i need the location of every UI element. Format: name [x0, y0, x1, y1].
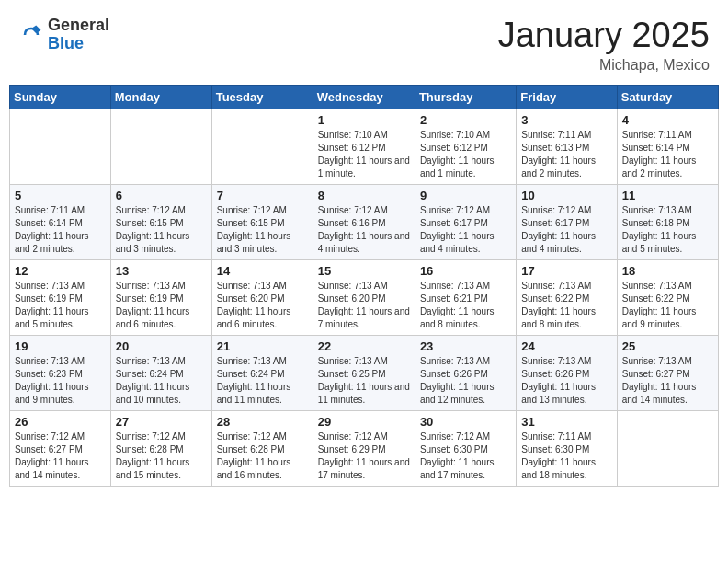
- day-info: Sunrise: 7:13 AM Sunset: 6:18 PM Dayligh…: [622, 204, 713, 256]
- day-info: Sunrise: 7:10 AM Sunset: 6:12 PM Dayligh…: [318, 129, 410, 180]
- title-block: January 2025 Michapa, Mexico: [498, 17, 710, 74]
- calendar-cell: [617, 410, 718, 486]
- day-number: 20: [116, 339, 207, 353]
- day-number: 21: [217, 339, 308, 353]
- calendar-cell: 18Sunrise: 7:13 AM Sunset: 6:22 PM Dayli…: [617, 259, 718, 335]
- day-number: 17: [521, 264, 611, 278]
- logo-general-text: General: [48, 16, 109, 34]
- calendar-cell: 1Sunrise: 7:10 AM Sunset: 6:12 PM Daylig…: [313, 109, 415, 184]
- calendar-cell: 20Sunrise: 7:13 AM Sunset: 6:24 PM Dayli…: [110, 335, 211, 410]
- day-number: 7: [217, 189, 308, 202]
- day-number: 22: [318, 339, 410, 353]
- day-number: 1: [318, 113, 410, 127]
- day-number: 16: [420, 264, 511, 278]
- day-number: 24: [521, 339, 611, 353]
- calendar-cell: 15Sunrise: 7:13 AM Sunset: 6:20 PM Dayli…: [313, 259, 415, 335]
- month-title: January 2025: [498, 17, 710, 55]
- day-info: Sunrise: 7:12 AM Sunset: 6:17 PM Dayligh…: [420, 204, 511, 256]
- calendar-cell: 24Sunrise: 7:13 AM Sunset: 6:26 PM Dayli…: [517, 335, 617, 410]
- day-number: 31: [521, 415, 611, 429]
- calendar-week-4: 19Sunrise: 7:13 AM Sunset: 6:23 PM Dayli…: [10, 335, 719, 410]
- calendar-cell: 8Sunrise: 7:12 AM Sunset: 6:16 PM Daylig…: [313, 184, 415, 259]
- day-number: 9: [420, 189, 511, 202]
- day-info: Sunrise: 7:12 AM Sunset: 6:29 PM Dayligh…: [318, 431, 410, 482]
- day-number: 30: [420, 415, 511, 429]
- day-info: Sunrise: 7:13 AM Sunset: 6:23 PM Dayligh…: [15, 355, 106, 407]
- day-number: 13: [116, 264, 207, 278]
- day-number: 4: [622, 113, 713, 127]
- calendar-cell: [211, 109, 313, 184]
- calendar-cell: [10, 109, 111, 184]
- day-number: 19: [15, 339, 106, 353]
- logo: General Blue: [18, 17, 109, 53]
- calendar-header-row: Sunday Monday Tuesday Wednesday Thursday…: [10, 85, 719, 109]
- calendar-cell: 17Sunrise: 7:13 AM Sunset: 6:22 PM Dayli…: [517, 259, 617, 335]
- calendar-cell: 19Sunrise: 7:13 AM Sunset: 6:23 PM Dayli…: [10, 335, 111, 410]
- calendar-cell: 7Sunrise: 7:12 AM Sunset: 6:15 PM Daylig…: [211, 184, 313, 259]
- calendar-week-1: 1Sunrise: 7:10 AM Sunset: 6:12 PM Daylig…: [10, 109, 719, 184]
- day-info: Sunrise: 7:11 AM Sunset: 6:13 PM Dayligh…: [521, 129, 611, 180]
- day-info: Sunrise: 7:13 AM Sunset: 6:26 PM Dayligh…: [521, 355, 611, 407]
- calendar-cell: 16Sunrise: 7:13 AM Sunset: 6:21 PM Dayli…: [415, 259, 516, 335]
- calendar-cell: 14Sunrise: 7:13 AM Sunset: 6:20 PM Dayli…: [211, 259, 313, 335]
- calendar-cell: 28Sunrise: 7:12 AM Sunset: 6:28 PM Dayli…: [211, 410, 313, 486]
- calendar-cell: 27Sunrise: 7:12 AM Sunset: 6:28 PM Dayli…: [110, 410, 211, 486]
- location: Michapa, Mexico: [498, 57, 710, 74]
- calendar-cell: 9Sunrise: 7:12 AM Sunset: 6:17 PM Daylig…: [415, 184, 516, 259]
- day-number: 12: [15, 264, 106, 278]
- calendar-cell: 21Sunrise: 7:13 AM Sunset: 6:24 PM Dayli…: [211, 335, 313, 410]
- day-info: Sunrise: 7:13 AM Sunset: 6:24 PM Dayligh…: [217, 355, 308, 407]
- calendar-cell: 31Sunrise: 7:11 AM Sunset: 6:30 PM Dayli…: [517, 410, 617, 486]
- day-info: Sunrise: 7:13 AM Sunset: 6:24 PM Dayligh…: [116, 355, 207, 407]
- day-info: Sunrise: 7:13 AM Sunset: 6:21 PM Dayligh…: [420, 280, 511, 331]
- day-number: 23: [420, 339, 511, 353]
- day-info: Sunrise: 7:12 AM Sunset: 6:30 PM Dayligh…: [420, 431, 511, 482]
- calendar-table: Sunday Monday Tuesday Wednesday Thursday…: [9, 85, 719, 487]
- day-number: 6: [116, 189, 207, 202]
- calendar-cell: 4Sunrise: 7:11 AM Sunset: 6:14 PM Daylig…: [617, 109, 718, 184]
- calendar-cell: 25Sunrise: 7:13 AM Sunset: 6:27 PM Dayli…: [617, 335, 718, 410]
- day-number: 8: [318, 189, 410, 202]
- calendar-cell: 29Sunrise: 7:12 AM Sunset: 6:29 PM Dayli…: [313, 410, 415, 486]
- day-info: Sunrise: 7:13 AM Sunset: 6:20 PM Dayligh…: [217, 280, 308, 331]
- day-number: 27: [116, 415, 207, 429]
- calendar-week-5: 26Sunrise: 7:12 AM Sunset: 6:27 PM Dayli…: [10, 410, 719, 486]
- day-info: Sunrise: 7:12 AM Sunset: 6:17 PM Dayligh…: [521, 204, 611, 256]
- day-number: 2: [420, 113, 511, 127]
- calendar-cell: 11Sunrise: 7:13 AM Sunset: 6:18 PM Dayli…: [617, 184, 718, 259]
- calendar-cell: 30Sunrise: 7:12 AM Sunset: 6:30 PM Dayli…: [415, 410, 516, 486]
- day-number: 25: [622, 339, 713, 353]
- day-number: 10: [521, 189, 611, 202]
- day-info: Sunrise: 7:11 AM Sunset: 6:14 PM Dayligh…: [15, 204, 106, 256]
- calendar-week-3: 12Sunrise: 7:13 AM Sunset: 6:19 PM Dayli…: [10, 259, 719, 335]
- day-number: 11: [622, 189, 713, 202]
- calendar-cell: 10Sunrise: 7:12 AM Sunset: 6:17 PM Dayli…: [517, 184, 617, 259]
- calendar-cell: 12Sunrise: 7:13 AM Sunset: 6:19 PM Dayli…: [10, 259, 111, 335]
- day-info: Sunrise: 7:13 AM Sunset: 6:19 PM Dayligh…: [15, 280, 106, 331]
- day-number: 26: [15, 415, 106, 429]
- day-info: Sunrise: 7:12 AM Sunset: 6:27 PM Dayligh…: [15, 431, 106, 482]
- day-number: 5: [15, 189, 106, 202]
- day-number: 29: [318, 415, 410, 429]
- calendar-cell: 3Sunrise: 7:11 AM Sunset: 6:13 PM Daylig…: [517, 109, 617, 184]
- day-info: Sunrise: 7:10 AM Sunset: 6:12 PM Dayligh…: [420, 129, 511, 180]
- day-info: Sunrise: 7:13 AM Sunset: 6:20 PM Dayligh…: [318, 280, 410, 331]
- calendar-cell: 5Sunrise: 7:11 AM Sunset: 6:14 PM Daylig…: [10, 184, 111, 259]
- page-header: General Blue January 2025 Michapa, Mexic…: [9, 9, 719, 77]
- col-friday: Friday: [517, 85, 617, 109]
- day-info: Sunrise: 7:12 AM Sunset: 6:28 PM Dayligh…: [116, 431, 207, 482]
- col-tuesday: Tuesday: [211, 85, 313, 109]
- day-info: Sunrise: 7:12 AM Sunset: 6:15 PM Dayligh…: [116, 204, 207, 256]
- col-thursday: Thursday: [415, 85, 516, 109]
- day-info: Sunrise: 7:12 AM Sunset: 6:15 PM Dayligh…: [217, 204, 308, 256]
- day-info: Sunrise: 7:12 AM Sunset: 6:16 PM Dayligh…: [318, 204, 410, 256]
- day-info: Sunrise: 7:12 AM Sunset: 6:28 PM Dayligh…: [217, 431, 308, 482]
- col-sunday: Sunday: [10, 85, 111, 109]
- calendar-cell: 6Sunrise: 7:12 AM Sunset: 6:15 PM Daylig…: [110, 184, 211, 259]
- day-number: 15: [318, 264, 410, 278]
- day-info: Sunrise: 7:13 AM Sunset: 6:27 PM Dayligh…: [622, 355, 713, 407]
- day-info: Sunrise: 7:13 AM Sunset: 6:22 PM Dayligh…: [521, 280, 611, 331]
- col-saturday: Saturday: [617, 85, 718, 109]
- day-number: 18: [622, 264, 713, 278]
- day-info: Sunrise: 7:11 AM Sunset: 6:30 PM Dayligh…: [521, 431, 611, 482]
